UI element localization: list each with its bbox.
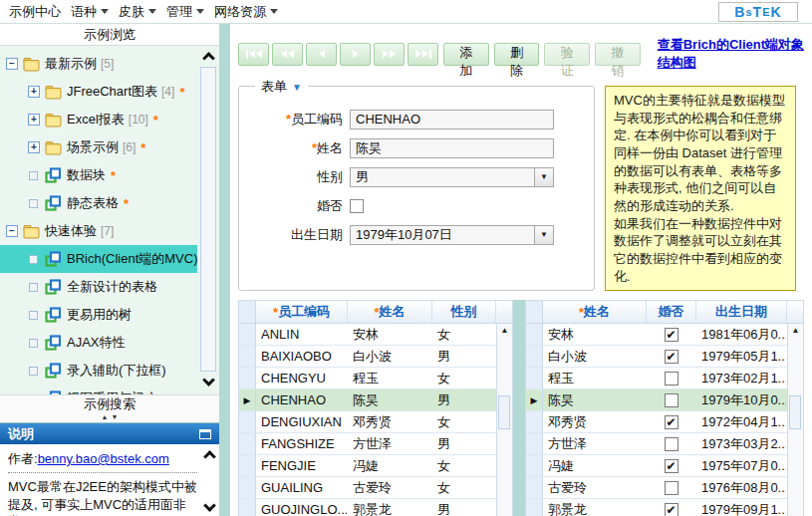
delete-button[interactable]: 删除 [494, 43, 540, 66]
view-structure-link[interactable]: 查看Brich的Client端对象结构图 [658, 36, 812, 72]
tree-item-4[interactable]: 数据块* [0, 161, 197, 189]
table-row[interactable]: 程玉1973年02月1... [526, 368, 787, 389]
tree-item-5[interactable]: 静态表格* [0, 189, 197, 217]
table-row[interactable]: DENGIUXIAN邓秀贤女 [239, 411, 496, 433]
splitter-handle[interactable]: ▲▼ [0, 413, 219, 420]
employee-grid-scrollbar[interactable] [496, 301, 512, 323]
checked-checkbox[interactable]: ✔ [665, 503, 678, 516]
unchecked-checkbox[interactable] [665, 481, 678, 495]
tree-item-6[interactable]: −快速体验[7] [0, 217, 197, 245]
tree-item-2[interactable]: +Excel报表[10]* [0, 106, 197, 133]
author-email-link[interactable]: benny.bao@bstek.com [38, 451, 169, 466]
table-row[interactable]: 邓秀贤✔1972年04月1... [526, 411, 787, 433]
unchecked-checkbox[interactable] [665, 437, 678, 451]
marriage-grid-scrollbar[interactable] [787, 301, 803, 323]
field-dropdown[interactable]: 1979年10月07日▼ [350, 225, 554, 245]
prev-page-record-button[interactable] [272, 43, 303, 66]
column-header-0[interactable]: *员工编码 [256, 301, 348, 323]
menu-item-2[interactable]: 皮肤 [115, 1, 162, 23]
table-row[interactable]: 郭景龙✔1979年09月1... [526, 499, 787, 516]
scroll-thumb[interactable] [498, 395, 510, 429]
next-page-record-button[interactable] [374, 43, 405, 66]
tree-item-10[interactable]: AJAX特性 [0, 329, 197, 357]
menu-item-0[interactable]: 示例中心 [5, 1, 67, 23]
dropdown-arrow-icon[interactable]: ▼ [534, 168, 553, 186]
scroll-down-icon[interactable] [202, 374, 215, 387]
dropdown-arrow-icon[interactable]: ▼ [534, 226, 553, 244]
tree-item-8[interactable]: 全新设计的表格 [0, 273, 197, 301]
table-row[interactable]: FENGJIE冯婕女 [239, 455, 496, 477]
collapse-icon[interactable]: − [6, 58, 18, 70]
table-row[interactable]: CHENGYU程玉女 [239, 368, 496, 389]
column-header-1[interactable]: *姓名 [348, 301, 432, 323]
table-row[interactable]: 白小波✔1979年05月1... [526, 346, 787, 368]
tree-item-7[interactable]: BRich(Client端的MVC) [0, 245, 197, 273]
note-description: MVC最常在J2EE的架构模式中被提及, 可事实上MVC的适用面非常 [8, 478, 197, 516]
next-record-button[interactable] [340, 43, 371, 66]
employee-grid-vscrollbar[interactable]: ▲▼ [496, 324, 512, 516]
tree-item-9[interactable]: 更易用的树 [0, 301, 197, 329]
column-header-0[interactable]: *姓名 [543, 301, 647, 323]
marriage-grid-vscrollbar[interactable]: ▲▼ [787, 324, 803, 516]
table-cell: 古爱玲 [348, 477, 432, 498]
table-row[interactable]: BAIXIAOBO白小波男 [239, 346, 496, 368]
expand-icon[interactable]: + [28, 86, 40, 98]
scroll-up-icon[interactable] [202, 52, 215, 65]
scroll-up-icon[interactable]: ▲ [497, 326, 512, 335]
table-row[interactable]: ▶陈昊1979年10月0... [526, 389, 787, 411]
table-row[interactable]: 古爱玲1976年08月0... [526, 477, 787, 499]
menu-item-1[interactable]: 语种 [67, 1, 115, 23]
note-scrollbar[interactable] [201, 448, 217, 514]
table-row[interactable]: ▶CHENHAO陈昊男 [239, 389, 496, 411]
field-input[interactable]: 陈昊 [350, 138, 554, 158]
expand-icon[interactable]: + [28, 141, 40, 153]
scroll-up-icon[interactable]: ▲ [788, 326, 803, 335]
scroll-thumb[interactable] [789, 395, 801, 429]
last-record-button[interactable] [407, 43, 438, 66]
prev-record-button[interactable] [306, 43, 337, 66]
table-row[interactable]: 安林✔1981年06月0... [526, 324, 787, 346]
tree-item-1[interactable]: +JFreeChart图表[4]* [0, 78, 197, 106]
tree-item-0[interactable]: −最新示例[5] [0, 50, 197, 78]
collapse-triangle-icon[interactable]: ▼ [292, 82, 302, 93]
first-record-button[interactable] [238, 43, 269, 66]
table-cell: ANLIN [256, 324, 348, 345]
field-dropdown[interactable]: 男▼ [350, 167, 554, 187]
example-search-panel-header[interactable]: 示例搜索 ▲▼ [0, 394, 219, 422]
scroll-down-icon[interactable] [203, 499, 216, 512]
tree-item-3[interactable]: +场景示例[6]* [0, 133, 197, 161]
tree-scrollbar[interactable] [199, 50, 217, 388]
table-cell: 陈昊 [348, 389, 432, 410]
unchecked-checkbox[interactable] [665, 372, 678, 386]
table-row[interactable]: 冯婕✔1975年07月0... [526, 455, 787, 477]
tree-item-11[interactable]: 录入辅助(下拉框) [0, 357, 197, 385]
validate-button[interactable]: 验证 [544, 43, 590, 66]
collapse-icon[interactable]: − [6, 225, 18, 237]
expand-icon[interactable]: + [28, 114, 40, 126]
undo-button[interactable]: 撤销 [595, 43, 641, 66]
table-row[interactable]: ANLIN安林女 [239, 324, 496, 346]
unchecked-checkbox[interactable] [665, 393, 678, 407]
add-button[interactable]: 添加 [443, 43, 489, 66]
scroll-up-icon[interactable] [203, 450, 216, 463]
column-header-1[interactable]: 婚否 [647, 301, 696, 323]
checked-checkbox[interactable]: ✔ [665, 350, 678, 364]
field-input[interactable]: CHENHAO [350, 110, 554, 129]
table-row[interactable]: 方世泽1973年03月2... [526, 433, 787, 455]
form-legend[interactable]: 表单 ▼ [255, 78, 308, 96]
tree-item-12[interactable]: 视图重用与门户 [0, 385, 197, 394]
column-header-2[interactable]: 出生日期 [696, 301, 787, 323]
checked-checkbox[interactable]: ✔ [665, 328, 678, 342]
checked-checkbox[interactable]: ✔ [665, 459, 678, 473]
menu-item-4[interactable]: 网络资源 [210, 1, 284, 23]
table-row[interactable]: GUAILING古爱玲女 [239, 477, 496, 499]
table-row[interactable]: GUOJINGLO...郭景龙男 [239, 499, 496, 516]
scroll-thumb[interactable] [200, 67, 216, 372]
column-header-2[interactable]: 性别 [432, 301, 496, 323]
menu-item-3[interactable]: 管理 [162, 1, 210, 23]
married-checkbox[interactable] [350, 199, 364, 213]
first-arrow-icon [256, 50, 262, 58]
table-row[interactable]: FANGSHIZE方世泽男 [239, 433, 496, 455]
checked-checkbox[interactable]: ✔ [665, 415, 678, 429]
restore-window-icon[interactable] [199, 429, 211, 439]
